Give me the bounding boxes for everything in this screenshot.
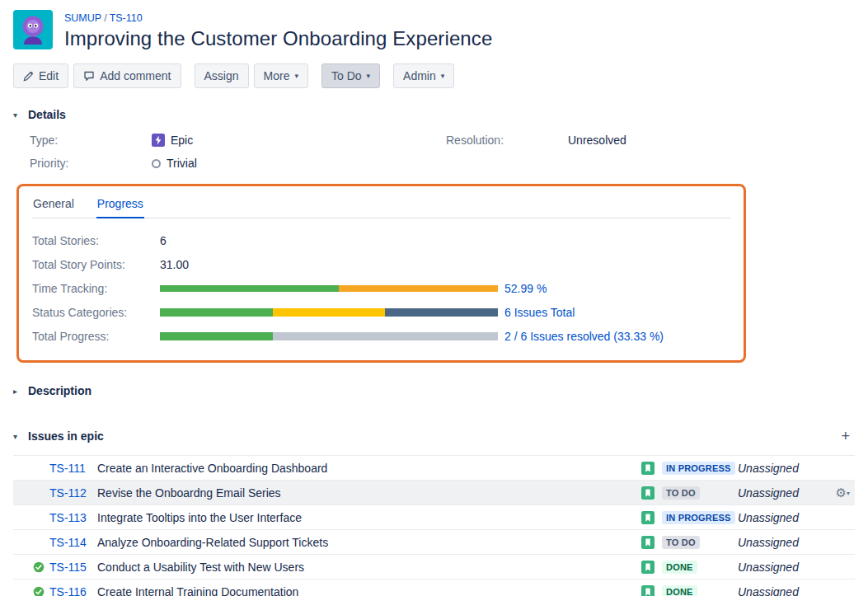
chevron-down-icon: ▾: [13, 110, 21, 120]
chevron-down-icon: ▾: [13, 432, 21, 441]
comment-icon: [83, 70, 95, 82]
gear-icon: ⚙: [836, 486, 847, 500]
bar-segment: [160, 332, 273, 340]
issue-row[interactable]: TS-113 Integrate Tooltips into the User …: [13, 505, 855, 530]
issues-section-header[interactable]: ▾ Issues in epic: [13, 429, 104, 443]
issue-summary: Conduct a Usability Test with New Users: [97, 561, 641, 574]
resolved-check-icon: [33, 586, 49, 596]
epic-type-icon: [152, 134, 165, 147]
chevron-right-icon: ▸: [13, 387, 21, 396]
time-tracking-link[interactable]: 52.99 %: [504, 282, 547, 295]
issue-assignee: Unassigned: [738, 486, 825, 500]
tab-progress[interactable]: Progress: [96, 191, 144, 218]
issue-summary: Create an Interactive Onboarding Dashboa…: [97, 462, 641, 475]
more-button[interactable]: More ▾: [254, 63, 308, 88]
resolution-value: Unresolved: [568, 134, 626, 147]
epic-avatar-icon: [13, 10, 53, 49]
chevron-down-icon: ▾: [294, 72, 298, 80]
issue-key-link[interactable]: TS-112: [49, 486, 97, 500]
story-icon: [641, 486, 655, 500]
edit-icon: [23, 71, 34, 82]
status-categories-link[interactable]: 6 Issues Total: [504, 306, 575, 319]
epic-progress-panel: General Progress Total Stories: 6 Total …: [16, 184, 746, 363]
add-issue-button[interactable]: +: [836, 427, 855, 445]
breadcrumb: SUMUP/TS-110: [64, 12, 492, 24]
issue-assignee: Unassigned: [738, 536, 825, 549]
status-lozenge: DONE: [662, 585, 697, 596]
assign-button[interactable]: Assign: [195, 63, 249, 88]
bar-segment: [339, 285, 498, 292]
details-right-column: Resolution: Unresolved: [446, 133, 855, 171]
priority-label: Priority:: [30, 157, 152, 170]
total-story-points-value: 31.00: [160, 258, 189, 271]
issue-key-link[interactable]: TS-115: [49, 561, 97, 574]
issue-assignee: Unassigned: [738, 462, 825, 475]
issue-row[interactable]: TS-115 Conduct a Usability Test with New…: [13, 555, 855, 580]
issue-key-link[interactable]: TS-113: [49, 511, 97, 524]
issue-summary: Create Internal Training Documentation: [97, 585, 641, 596]
type-field: Type: Epic: [30, 133, 446, 148]
tab-general[interactable]: General: [32, 191, 75, 218]
edit-button[interactable]: Edit: [13, 63, 68, 88]
chevron-down-icon: ▾: [367, 72, 371, 80]
type-label: Type:: [30, 134, 152, 147]
bar-segment: [273, 332, 498, 340]
story-icon: [641, 511, 655, 524]
status-transition-button[interactable]: To Do ▾: [321, 63, 380, 88]
admin-button[interactable]: Admin ▾: [393, 63, 454, 88]
bar-segment: [273, 308, 386, 317]
breadcrumb-issue-link[interactable]: TS-110: [110, 12, 143, 24]
issue-view: SUMUP/TS-110 Improving the Customer Onbo…: [0, 0, 868, 596]
description-section-header[interactable]: ▸ Description: [13, 384, 855, 397]
status-lozenge: IN PROGRESS: [662, 462, 735, 475]
issue-row[interactable]: TS-114 Analyze Onboarding-Related Suppor…: [13, 530, 855, 555]
issue-summary: Revise the Onboardng Email Series: [97, 486, 641, 500]
issue-assignee: Unassigned: [738, 561, 825, 574]
description-section-title: Description: [28, 384, 91, 397]
issue-assignee: Unassigned: [738, 511, 825, 524]
time-tracking-row: Time Tracking: 52.99 %: [32, 281, 730, 296]
bar-segment: [385, 308, 498, 317]
total-story-points-row: Total Story Points: 31.00: [32, 257, 730, 272]
priority-trivial-icon: [152, 159, 161, 168]
issue-row[interactable]: TS-112 Revise the Onboardng Email Series…: [13, 481, 855, 505]
issues-section-title: Issues in epic: [28, 429, 104, 443]
page-title: Improving the Customer Onboarding Experi…: [64, 27, 492, 50]
gear-caret: ▾: [847, 490, 850, 497]
status-categories-bar: [160, 308, 498, 317]
add-comment-button[interactable]: Add comment: [73, 63, 181, 88]
issue-key-link[interactable]: TS-111: [49, 462, 97, 475]
resolved-check-icon: [33, 561, 49, 573]
priority-value: Trivial: [167, 157, 197, 170]
issue-row[interactable]: TS-111 Create an Interactive Onboarding …: [13, 456, 855, 481]
issue-row[interactable]: TS-116 Create Internal Training Document…: [13, 580, 855, 596]
issues-table: TS-111 Create an Interactive Onboarding …: [13, 455, 855, 596]
story-icon: [641, 561, 655, 574]
resolution-label: Resolution:: [446, 134, 568, 147]
details-section-title: Details: [28, 108, 66, 121]
status-lozenge: TO DO: [662, 486, 700, 500]
chevron-down-icon: ▾: [441, 72, 445, 80]
story-icon: [641, 585, 655, 596]
details-section-header[interactable]: ▾ Details: [13, 108, 855, 121]
issue-header: SUMUP/TS-110 Improving the Customer Onbo…: [13, 10, 855, 50]
story-icon: [641, 536, 655, 549]
issue-key-link[interactable]: TS-114: [49, 536, 97, 549]
breadcrumb-project-link[interactable]: SUMUP: [64, 12, 101, 24]
toolbar: Edit Add comment Assign More ▾ To Do ▾ A…: [13, 63, 855, 88]
issue-summary: Integrate Tooltips into the User Interfa…: [97, 511, 641, 524]
issue-key-link[interactable]: TS-116: [49, 585, 97, 596]
status-lozenge: DONE: [662, 561, 697, 574]
total-stories-value: 6: [160, 234, 167, 247]
priority-field: Priority: Trivial: [30, 156, 446, 171]
issues-section-header-row: ▾ Issues in epic +: [13, 427, 855, 445]
time-tracking-bar: [160, 285, 498, 292]
breadcrumb-separator: /: [101, 12, 109, 24]
type-value: Epic: [171, 134, 193, 147]
bar-segment: [160, 285, 339, 292]
total-progress-link[interactable]: 2 / 6 Issues resolved (33.33 %): [504, 330, 664, 343]
issue-assignee: Unassigned: [738, 585, 825, 596]
details-grid: Type: Epic Priority: Trivial Resolution:: [13, 133, 855, 171]
story-icon: [641, 462, 655, 475]
gear-button[interactable]: ⚙▾: [825, 486, 855, 500]
